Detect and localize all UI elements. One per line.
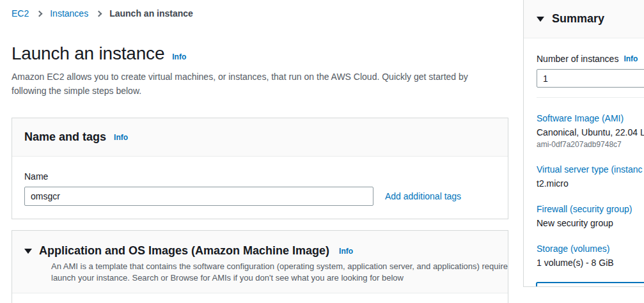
ami-section-card: Application and OS Images (Amazon Machin… xyxy=(12,230,508,303)
name-field-label: Name xyxy=(24,171,48,182)
ami-description-line: launch your instance. Search or Browse f… xyxy=(51,273,404,283)
summary-divider xyxy=(537,97,644,98)
name-and-tags-info-link[interactable]: Info xyxy=(114,133,128,142)
name-and-tags-card: Name and tags Info Name Add additional t… xyxy=(12,118,508,219)
number-of-instances-input[interactable] xyxy=(537,69,644,88)
summary-group-storage: Storage (volumes) 1 volume(s) - 8 GiB xyxy=(537,244,644,268)
name-and-tags-title: Name and tags xyxy=(24,130,106,144)
storage-value: 1 volume(s) - 8 GiB xyxy=(537,258,644,268)
summary-bottom-button[interactable] xyxy=(536,282,644,287)
ami-section-header[interactable]: Application and OS Images (Amazon Machin… xyxy=(12,231,508,293)
page-title-info-link[interactable]: Info xyxy=(172,52,186,61)
summary-title: Summary xyxy=(552,12,604,26)
summary-panel-header[interactable]: Summary xyxy=(524,0,644,38)
name-and-tags-header: Name and tags Info xyxy=(12,118,508,157)
page-header: Launch an instance Info Amazon EC2 allow… xyxy=(12,43,468,98)
add-additional-tags-link[interactable]: Add additional tags xyxy=(385,191,461,201)
ami-description-line: An AMI is a template that contains the s… xyxy=(51,261,508,271)
summary-group-firewall: Firewall (security group) New security g… xyxy=(537,204,644,228)
software-image-link[interactable]: Software Image (AMI) xyxy=(537,113,644,123)
number-of-instances-info-link[interactable]: Info xyxy=(624,54,638,63)
security-group-value: New security group xyxy=(537,218,644,228)
ami-id-value: ami-0df7a207adb9748c7 xyxy=(537,140,644,149)
instance-type-value: t2.micro xyxy=(537,178,644,189)
breadcrumb-current: Launch an instance xyxy=(109,8,193,19)
number-of-instances-label: Number of instances xyxy=(537,54,618,64)
storage-volumes-link[interactable]: Storage (volumes) xyxy=(537,244,644,254)
collapse-triangle-icon[interactable] xyxy=(537,17,544,22)
summary-group-ami: Software Image (AMI) Canonical, Ubuntu, … xyxy=(537,113,644,149)
breadcrumb: EC2 Instances Launch an instance xyxy=(12,8,193,19)
breadcrumb-link-instances[interactable]: Instances xyxy=(50,8,88,19)
chevron-right-icon xyxy=(36,11,43,17)
page-description-line: following the simple steps below. xyxy=(12,86,141,96)
collapse-triangle-icon[interactable] xyxy=(24,249,32,254)
breadcrumb-link-ec2[interactable]: EC2 xyxy=(12,8,29,19)
instance-name-input[interactable] xyxy=(24,187,373,206)
chevron-right-icon xyxy=(96,11,102,17)
firewall-link[interactable]: Firewall (security group) xyxy=(537,204,644,214)
summary-panel: Summary Number of instances Info Softwar… xyxy=(523,0,644,287)
ami-section-info-link[interactable]: Info xyxy=(339,247,353,256)
ami-section-title: Application and OS Images (Amazon Machin… xyxy=(39,244,329,258)
software-image-value: Canonical, Ubuntu, 22.04 L xyxy=(537,127,644,137)
ami-section-description: An AMI is a template that contains the s… xyxy=(51,261,496,284)
virtual-server-type-link[interactable]: Virtual server type (instanc xyxy=(537,164,644,175)
page-description-line: Amazon EC2 allows you to create virtual … xyxy=(12,72,468,82)
page-title: Launch an instance xyxy=(12,43,164,64)
page-description: Amazon EC2 allows you to create virtual … xyxy=(12,70,468,98)
summary-group-instance-type: Virtual server type (instanc t2.micro xyxy=(537,164,644,189)
